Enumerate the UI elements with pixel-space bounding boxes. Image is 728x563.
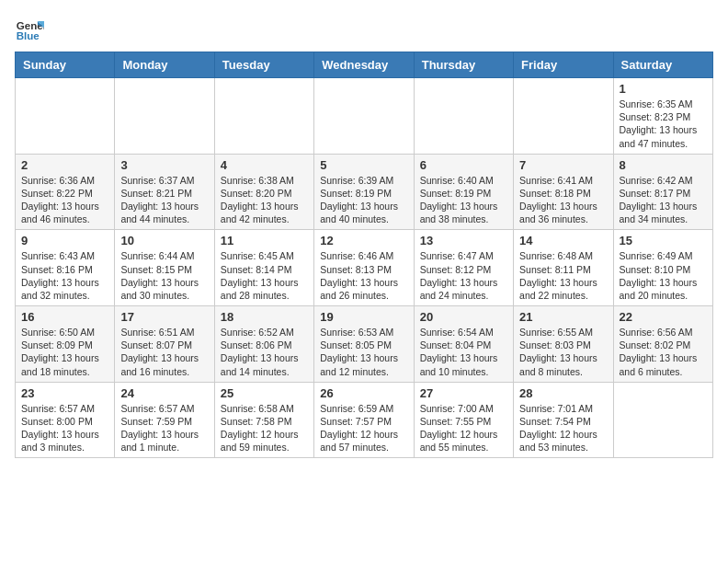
calendar-cell: 2Sunrise: 6:36 AM Sunset: 8:22 PM Daylig… bbox=[16, 154, 115, 230]
calendar-cell: 9Sunrise: 6:43 AM Sunset: 8:16 PM Daylig… bbox=[16, 230, 115, 306]
calendar-cell: 6Sunrise: 6:40 AM Sunset: 8:19 PM Daylig… bbox=[414, 154, 513, 230]
day-number: 28 bbox=[519, 386, 607, 400]
day-number: 23 bbox=[21, 386, 108, 400]
day-number: 19 bbox=[320, 310, 407, 324]
calendar-cell bbox=[214, 78, 313, 155]
calendar-cell: 11Sunrise: 6:45 AM Sunset: 8:14 PM Dayli… bbox=[214, 230, 313, 306]
day-number: 17 bbox=[120, 310, 208, 324]
calendar-cell: 27Sunrise: 7:00 AM Sunset: 7:55 PM Dayli… bbox=[414, 382, 513, 458]
day-info: Sunrise: 6:53 AM Sunset: 8:05 PM Dayligh… bbox=[320, 326, 407, 378]
day-info: Sunrise: 6:39 AM Sunset: 8:19 PM Dayligh… bbox=[320, 174, 407, 226]
day-number: 16 bbox=[21, 310, 108, 324]
calendar-cell: 18Sunrise: 6:52 AM Sunset: 8:06 PM Dayli… bbox=[214, 306, 313, 383]
day-info: Sunrise: 6:51 AM Sunset: 8:07 PM Dayligh… bbox=[120, 326, 208, 378]
calendar-cell: 14Sunrise: 6:48 AM Sunset: 8:11 PM Dayli… bbox=[514, 230, 613, 306]
day-info: Sunrise: 6:40 AM Sunset: 8:19 PM Dayligh… bbox=[420, 174, 507, 226]
logo-icon: General Blue bbox=[15, 15, 44, 44]
day-header-sunday: Sunday bbox=[16, 52, 115, 78]
day-info: Sunrise: 6:43 AM Sunset: 8:16 PM Dayligh… bbox=[21, 249, 108, 302]
svg-text:Blue: Blue bbox=[17, 30, 40, 41]
calendar-cell bbox=[115, 78, 214, 155]
day-info: Sunrise: 6:38 AM Sunset: 8:20 PM Dayligh… bbox=[221, 174, 308, 226]
day-number: 10 bbox=[120, 234, 208, 247]
calendar-cell: 25Sunrise: 6:58 AM Sunset: 7:58 PM Dayli… bbox=[214, 382, 313, 458]
day-info: Sunrise: 6:45 AM Sunset: 8:14 PM Dayligh… bbox=[221, 249, 308, 302]
calendar-cell: 17Sunrise: 6:51 AM Sunset: 8:07 PM Dayli… bbox=[115, 306, 214, 383]
day-number: 20 bbox=[420, 310, 507, 324]
calendar-cell bbox=[16, 78, 115, 155]
day-number: 4 bbox=[221, 158, 308, 172]
day-info: Sunrise: 6:57 AM Sunset: 7:59 PM Dayligh… bbox=[120, 402, 208, 454]
calendar-cell: 16Sunrise: 6:50 AM Sunset: 8:09 PM Dayli… bbox=[16, 306, 115, 383]
day-info: Sunrise: 6:59 AM Sunset: 7:57 PM Dayligh… bbox=[320, 402, 407, 454]
calendar-week-4: 16Sunrise: 6:50 AM Sunset: 8:09 PM Dayli… bbox=[16, 306, 713, 383]
day-number: 18 bbox=[221, 310, 308, 324]
day-info: Sunrise: 6:41 AM Sunset: 8:18 PM Dayligh… bbox=[519, 174, 607, 226]
day-header-thursday: Thursday bbox=[414, 52, 513, 78]
logo: General Blue bbox=[15, 15, 48, 44]
day-info: Sunrise: 6:57 AM Sunset: 8:00 PM Dayligh… bbox=[21, 402, 108, 454]
day-info: Sunrise: 6:56 AM Sunset: 8:02 PM Dayligh… bbox=[620, 326, 707, 378]
day-number: 1 bbox=[620, 82, 707, 96]
day-header-friday: Friday bbox=[514, 52, 613, 78]
day-number: 6 bbox=[420, 158, 507, 172]
day-info: Sunrise: 6:44 AM Sunset: 8:15 PM Dayligh… bbox=[120, 249, 208, 302]
day-number: 12 bbox=[320, 234, 407, 247]
calendar-cell: 28Sunrise: 7:01 AM Sunset: 7:54 PM Dayli… bbox=[514, 382, 613, 458]
day-info: Sunrise: 6:42 AM Sunset: 8:17 PM Dayligh… bbox=[620, 174, 707, 226]
calendar-cell: 23Sunrise: 6:57 AM Sunset: 8:00 PM Dayli… bbox=[16, 382, 115, 458]
day-number: 3 bbox=[120, 158, 208, 172]
calendar-cell bbox=[514, 78, 613, 155]
calendar-cell bbox=[613, 382, 712, 458]
calendar-cell: 7Sunrise: 6:41 AM Sunset: 8:18 PM Daylig… bbox=[514, 154, 613, 230]
day-number: 24 bbox=[120, 386, 208, 400]
calendar-cell: 1Sunrise: 6:35 AM Sunset: 8:23 PM Daylig… bbox=[613, 78, 712, 155]
day-info: Sunrise: 6:49 AM Sunset: 8:10 PM Dayligh… bbox=[620, 249, 707, 302]
day-header-saturday: Saturday bbox=[613, 52, 712, 78]
calendar-cell: 20Sunrise: 6:54 AM Sunset: 8:04 PM Dayli… bbox=[414, 306, 513, 383]
calendar-cell: 3Sunrise: 6:37 AM Sunset: 8:21 PM Daylig… bbox=[115, 154, 214, 230]
day-number: 22 bbox=[620, 310, 707, 324]
day-info: Sunrise: 6:54 AM Sunset: 8:04 PM Dayligh… bbox=[420, 326, 507, 378]
calendar-body: 1Sunrise: 6:35 AM Sunset: 8:23 PM Daylig… bbox=[16, 78, 713, 458]
day-info: Sunrise: 6:55 AM Sunset: 8:03 PM Dayligh… bbox=[519, 326, 607, 378]
day-number: 25 bbox=[221, 386, 308, 400]
calendar-cell: 12Sunrise: 6:46 AM Sunset: 8:13 PM Dayli… bbox=[314, 230, 414, 306]
day-header-wednesday: Wednesday bbox=[314, 52, 414, 78]
day-info: Sunrise: 6:46 AM Sunset: 8:13 PM Dayligh… bbox=[320, 249, 407, 302]
day-number: 2 bbox=[21, 158, 108, 172]
day-number: 9 bbox=[21, 234, 108, 247]
calendar-cell: 19Sunrise: 6:53 AM Sunset: 8:05 PM Dayli… bbox=[314, 306, 414, 383]
calendar-cell: 15Sunrise: 6:49 AM Sunset: 8:10 PM Dayli… bbox=[613, 230, 712, 306]
day-info: Sunrise: 6:58 AM Sunset: 7:58 PM Dayligh… bbox=[221, 402, 308, 454]
calendar-week-5: 23Sunrise: 6:57 AM Sunset: 8:00 PM Dayli… bbox=[16, 382, 713, 458]
day-info: Sunrise: 6:52 AM Sunset: 8:06 PM Dayligh… bbox=[221, 326, 308, 378]
day-number: 11 bbox=[221, 234, 308, 247]
calendar-cell: 8Sunrise: 6:42 AM Sunset: 8:17 PM Daylig… bbox=[613, 154, 712, 230]
day-number: 14 bbox=[519, 234, 607, 247]
calendar-header: SundayMondayTuesdayWednesdayThursdayFrid… bbox=[16, 52, 713, 78]
calendar-cell: 26Sunrise: 6:59 AM Sunset: 7:57 PM Dayli… bbox=[314, 382, 414, 458]
day-number: 15 bbox=[620, 234, 707, 247]
day-info: Sunrise: 6:37 AM Sunset: 8:21 PM Dayligh… bbox=[120, 174, 208, 226]
calendar-week-3: 9Sunrise: 6:43 AM Sunset: 8:16 PM Daylig… bbox=[16, 230, 713, 306]
day-number: 7 bbox=[519, 158, 607, 172]
calendar-cell: 10Sunrise: 6:44 AM Sunset: 8:15 PM Dayli… bbox=[115, 230, 214, 306]
days-of-week-row: SundayMondayTuesdayWednesdayThursdayFrid… bbox=[16, 52, 713, 78]
day-info: Sunrise: 6:47 AM Sunset: 8:12 PM Dayligh… bbox=[420, 249, 507, 302]
day-number: 5 bbox=[320, 158, 407, 172]
header: General Blue bbox=[15, 15, 713, 44]
calendar-cell: 13Sunrise: 6:47 AM Sunset: 8:12 PM Dayli… bbox=[414, 230, 513, 306]
calendar-cell: 24Sunrise: 6:57 AM Sunset: 7:59 PM Dayli… bbox=[115, 382, 214, 458]
calendar-cell: 21Sunrise: 6:55 AM Sunset: 8:03 PM Dayli… bbox=[514, 306, 613, 383]
calendar-cell: 4Sunrise: 6:38 AM Sunset: 8:20 PM Daylig… bbox=[214, 154, 313, 230]
day-number: 21 bbox=[519, 310, 607, 324]
calendar-cell bbox=[414, 78, 513, 155]
day-info: Sunrise: 6:35 AM Sunset: 8:23 PM Dayligh… bbox=[620, 98, 707, 150]
day-info: Sunrise: 7:00 AM Sunset: 7:55 PM Dayligh… bbox=[420, 402, 507, 454]
calendar-cell bbox=[314, 78, 414, 155]
day-header-tuesday: Tuesday bbox=[214, 52, 313, 78]
day-info: Sunrise: 6:48 AM Sunset: 8:11 PM Dayligh… bbox=[519, 249, 607, 302]
calendar-cell: 5Sunrise: 6:39 AM Sunset: 8:19 PM Daylig… bbox=[314, 154, 414, 230]
day-info: Sunrise: 7:01 AM Sunset: 7:54 PM Dayligh… bbox=[519, 402, 607, 454]
